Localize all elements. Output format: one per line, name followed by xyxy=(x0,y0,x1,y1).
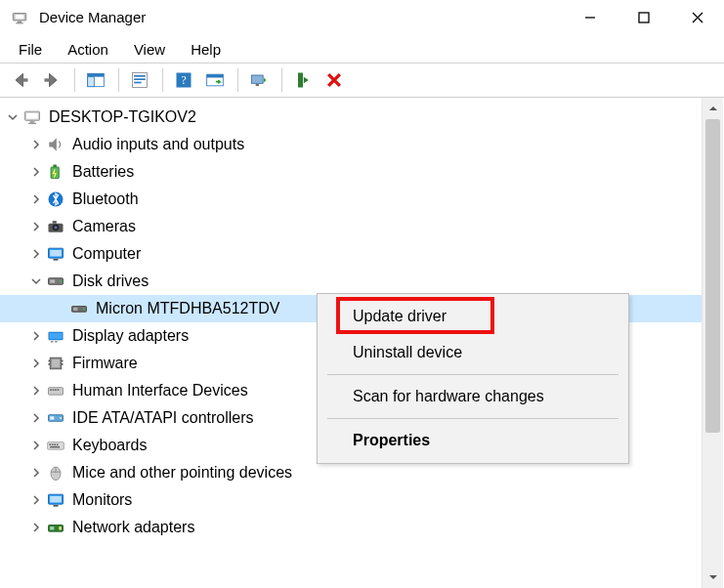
tree-node-label: Computer xyxy=(72,245,141,263)
svg-rect-26 xyxy=(54,165,57,168)
forward-button[interactable] xyxy=(37,66,66,94)
context-menu-properties[interactable]: Properties xyxy=(319,423,626,458)
chevron-right-icon[interactable] xyxy=(27,464,45,482)
chevron-down-icon[interactable] xyxy=(27,273,45,290)
menu-action[interactable]: Action xyxy=(57,39,119,60)
vertical-scrollbar[interactable] xyxy=(702,98,723,588)
svg-rect-59 xyxy=(48,442,64,450)
firmware-icon xyxy=(45,353,66,374)
menu-file[interactable]: File xyxy=(8,39,53,60)
help-button[interactable]: ? xyxy=(169,66,198,94)
context-menu: Update driver Uninstall device Scan for … xyxy=(317,293,629,464)
chevron-right-icon[interactable] xyxy=(27,437,45,454)
menu-help[interactable]: Help xyxy=(180,39,232,60)
network-adapter-icon xyxy=(45,517,66,538)
show-hide-tree-button[interactable] xyxy=(81,66,110,94)
chevron-right-icon[interactable] xyxy=(27,218,45,235)
svg-rect-17 xyxy=(207,74,224,77)
chevron-right-icon[interactable] xyxy=(27,245,45,263)
tree-node-label: IDE ATA/ATAPI controllers xyxy=(72,409,254,427)
context-menu-scan-hardware[interactable]: Scan for hardware changes xyxy=(319,379,626,414)
uninstall-device-toolbar-button[interactable] xyxy=(319,66,349,94)
tree-node-computer[interactable]: Computer xyxy=(0,240,702,268)
svg-rect-34 xyxy=(54,259,59,261)
svg-rect-70 xyxy=(54,505,59,507)
svg-rect-1 xyxy=(16,15,24,20)
update-driver-toolbar-button[interactable] xyxy=(244,66,274,94)
svg-rect-55 xyxy=(58,389,60,391)
tree-node-label: Monitors xyxy=(72,491,132,509)
svg-rect-20 xyxy=(298,73,303,88)
svg-rect-69 xyxy=(50,496,62,503)
context-menu-uninstall-device[interactable]: Uninstall device xyxy=(319,335,626,370)
close-button[interactable] xyxy=(670,0,724,34)
chevron-right-icon[interactable] xyxy=(27,327,45,345)
maximize-button[interactable] xyxy=(617,0,670,34)
menu-view[interactable]: View xyxy=(123,39,176,60)
tree-node-monitors[interactable]: Monitors xyxy=(0,486,702,514)
scroll-up-button[interactable] xyxy=(703,98,723,119)
speaker-icon xyxy=(45,134,66,155)
chevron-right-icon[interactable] xyxy=(27,190,45,208)
window-controls xyxy=(563,0,724,34)
tree-node-bluetooth[interactable]: Bluetooth xyxy=(0,186,702,213)
scan-hardware-button[interactable] xyxy=(200,66,230,94)
chevron-down-icon[interactable] xyxy=(4,108,21,126)
tree-node-network-adapters[interactable]: Network adapters xyxy=(0,514,702,541)
svg-rect-51 xyxy=(49,388,64,396)
tree-node-batteries[interactable]: Batteries xyxy=(0,158,702,186)
toolbar-separator xyxy=(118,68,119,92)
tree-node-audio[interactable]: Audio inputs and outputs xyxy=(0,131,702,158)
minimize-button[interactable] xyxy=(563,0,617,34)
scroll-down-button[interactable] xyxy=(703,567,723,588)
enable-device-button[interactable] xyxy=(288,66,318,94)
tree-node-label: Human Interface Devices xyxy=(72,382,248,399)
context-menu-update-driver[interactable]: Update driver xyxy=(319,299,626,334)
battery-icon xyxy=(45,161,66,183)
monitor-icon xyxy=(45,489,66,511)
tree-node-label: Batteries xyxy=(72,163,134,181)
tree-node-label: Firmware xyxy=(72,355,138,372)
scrollbar-thumb[interactable] xyxy=(705,119,720,433)
svg-rect-31 xyxy=(53,221,57,224)
svg-rect-11 xyxy=(134,75,146,77)
chevron-right-icon[interactable] xyxy=(27,355,45,372)
tree-node-label: Keyboards xyxy=(72,437,148,454)
svg-rect-50 xyxy=(62,363,64,365)
chevron-right-icon[interactable] xyxy=(27,382,45,399)
keyboard-icon xyxy=(45,435,66,456)
chevron-right-icon[interactable] xyxy=(27,491,45,509)
chevron-right-icon[interactable] xyxy=(27,519,45,536)
tree-root[interactable]: DESKTOP-TGIKOV2 xyxy=(0,104,702,131)
svg-rect-62 xyxy=(54,443,56,445)
tree-node-label: Disk drives xyxy=(72,273,149,290)
chevron-right-icon[interactable] xyxy=(27,136,45,153)
tree-node-label: Bluetooth xyxy=(72,190,139,208)
tree-node-label: Display adapters xyxy=(72,327,189,345)
properties-button[interactable] xyxy=(125,66,154,94)
content-area: DESKTOP-TGIKOV2 Audio inputs and outputs… xyxy=(0,98,724,588)
svg-rect-40 xyxy=(73,308,77,311)
hid-icon xyxy=(45,380,66,401)
back-button[interactable] xyxy=(6,66,35,94)
menubar: File Action View Help xyxy=(0,35,724,63)
window-title: Device Manager xyxy=(39,9,146,25)
toolbar-separator xyxy=(162,68,163,92)
display-adapter-icon xyxy=(45,325,66,347)
chevron-right-icon[interactable] xyxy=(27,409,45,427)
context-menu-separator xyxy=(327,418,618,419)
scrollbar-track[interactable] xyxy=(703,119,723,567)
toolbar-separator xyxy=(281,68,282,92)
svg-rect-49 xyxy=(62,360,64,362)
svg-rect-64 xyxy=(50,446,60,448)
toolbar: ? xyxy=(0,63,724,98)
svg-rect-48 xyxy=(49,363,51,365)
svg-rect-52 xyxy=(50,389,52,391)
svg-rect-6 xyxy=(45,78,51,81)
context-menu-separator xyxy=(327,374,618,375)
tree-node-cameras[interactable]: Cameras xyxy=(0,213,702,240)
device-manager-icon xyxy=(10,8,29,27)
svg-rect-8 xyxy=(88,73,105,76)
tree-node-disk-drives[interactable]: Disk drives xyxy=(0,268,702,295)
chevron-right-icon[interactable] xyxy=(27,163,45,181)
